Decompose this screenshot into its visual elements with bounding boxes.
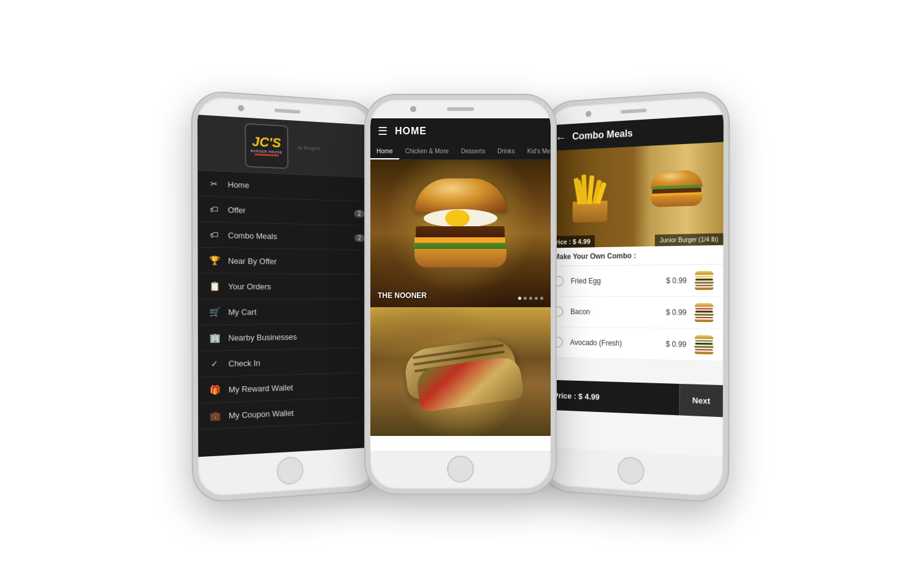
menu-label-nearby-biz: Nearby Businesses [228, 330, 365, 342]
option-price-avocado: $ 0.99 [666, 339, 687, 348]
combo-hero-image: Price : $ 4.99 Junior Burger (1/4 lb) [547, 142, 723, 248]
logo-badge: JC'S BURGER HOUSE [245, 123, 288, 169]
nearby-offer-icon: 🏆 [208, 254, 221, 267]
option-label-fried-egg: Fried Egg [571, 276, 667, 285]
hamburger-menu-icon[interactable]: ☰ [378, 126, 388, 137]
menu-label-orders: Your Orders [228, 281, 365, 291]
menu-item-orders[interactable]: 📋 Your Orders [198, 273, 375, 299]
burger-icon-fried-egg [693, 271, 716, 290]
menu-label-reward: My Reward Wallet [229, 380, 367, 394]
nav-tabs: Home Chicken & More Desserts Drinks Kid'… [370, 144, 551, 160]
next-button[interactable]: Next [679, 383, 723, 416]
hero-burger-visual [370, 160, 551, 307]
dot-2 [524, 297, 527, 300]
option-label-bacon: Bacon [570, 307, 666, 316]
hero-image: THE NOONER [370, 160, 551, 307]
home-button-center[interactable] [447, 456, 474, 483]
menu-label-checkin: Check In [229, 356, 367, 368]
sidebar-menu: ✂ Home 🏷 Offer 2 🏷 Combo Meals 2 🏆 Near … [197, 170, 376, 430]
header-title: HOME [395, 126, 427, 137]
combo-options: Fried Egg $ 0.99 Bacon $ 0.99 [546, 264, 723, 361]
second-food-image [370, 307, 551, 436]
menu-label-offer: Offer [228, 205, 354, 218]
speaker-center [447, 107, 474, 111]
burger-icon-avocado [692, 335, 715, 354]
option-price-fried-egg: $ 0.99 [666, 276, 687, 284]
combo-badge: 2 [354, 234, 365, 242]
orders-icon: 📋 [208, 280, 221, 292]
nearby-biz-icon: 🏢 [208, 331, 221, 344]
camera-right [586, 110, 591, 116]
egg-yolk [445, 210, 470, 227]
combo-footer: Price : $ 4.99 Next [545, 380, 723, 417]
menu-item-combo[interactable]: 🏷 Combo Meals 2 [197, 221, 373, 250]
menu-label-cart: My Cart [228, 306, 365, 316]
speaker-left [274, 108, 300, 113]
phone-center: ☰ HOME Home Chicken & More Desserts Drin… [365, 95, 556, 494]
home-icon: ✂ [208, 177, 221, 190]
tab-home[interactable]: Home [370, 144, 399, 159]
reward-icon: 🎁 [208, 383, 221, 395]
phone-right: ← Combo Meals [540, 91, 728, 502]
home-button-right[interactable] [617, 456, 644, 485]
menu-label-nearby-offer: Near By Offer [228, 256, 365, 266]
screen-right: ← Combo Meals [545, 115, 723, 457]
speaker-right [621, 108, 647, 113]
menu-label-combo: Combo Meals [228, 230, 354, 242]
checkin-icon: ✓ [208, 357, 221, 370]
camera-left [238, 105, 244, 112]
brand-tagline: Ity Burgers [288, 142, 330, 154]
menu-label-home: Home [227, 179, 364, 193]
tab-kids[interactable]: Kid's Me... [521, 144, 551, 159]
dot-3 [529, 297, 532, 300]
tab-chicken[interactable]: Chicken & More [399, 144, 455, 159]
screen-left: JC'S BURGER HOUSE Ity Burgers ✂ Home 🏷 O… [197, 115, 376, 457]
logo-main: JC'S [251, 134, 283, 149]
screen-center: ☰ HOME Home Chicken & More Desserts Drin… [370, 118, 551, 451]
combo-name-overlay: Junior Burger (1/4 lb) [655, 233, 724, 246]
hero-dots [518, 297, 543, 300]
app-header: ☰ HOME [370, 118, 551, 144]
menu-label-coupon: My Coupon Wallet [229, 405, 367, 419]
offer-icon: 🏷 [208, 202, 221, 215]
hero-label: THE NOONER [378, 291, 427, 300]
tab-desserts[interactable]: Desserts [455, 144, 491, 159]
option-row-bacon[interactable]: Bacon $ 0.99 [546, 296, 723, 329]
option-price-bacon: $ 0.99 [666, 308, 687, 316]
bun-top [415, 178, 506, 212]
tab-drinks[interactable]: Drinks [491, 144, 521, 159]
combo-icon: 🏷 [208, 228, 221, 241]
menu-item-cart[interactable]: 🛒 My Cart [198, 299, 375, 325]
coupon-icon: 💼 [208, 409, 221, 422]
dot-4 [535, 297, 538, 300]
camera-center [410, 106, 416, 112]
phones-container: JC'S BURGER HOUSE Ity Burgers ✂ Home 🏷 O… [31, 18, 890, 570]
footer-price: Price : $ 4.99 [545, 390, 679, 404]
menu-item-nearby-offer[interactable]: 🏆 Near By Offer [198, 247, 375, 274]
back-arrow-icon[interactable]: ← [555, 131, 567, 143]
dot-1 [518, 297, 521, 300]
phone-left: JC'S BURGER HOUSE Ity Burgers ✂ Home 🏷 O… [193, 91, 381, 502]
combo-section-label: Make Your Own Combo : [547, 245, 723, 266]
offer-badge: 2 [354, 209, 364, 217]
cart-icon: 🛒 [208, 305, 221, 318]
option-row-fried-egg[interactable]: Fried Egg $ 0.99 [546, 264, 723, 296]
menu-item-nearby-biz[interactable]: 🏢 Nearby Businesses [198, 323, 375, 351]
combo-title: Combo Meals [572, 128, 633, 142]
sidebar-logo: JC'S BURGER HOUSE Ity Burgers [197, 115, 373, 178]
option-row-avocado[interactable]: Avocado (Fresh) $ 0.99 [546, 327, 723, 361]
bun-bottom [415, 249, 506, 267]
home-button-left[interactable] [277, 456, 304, 485]
option-label-avocado: Avocado (Fresh) [570, 338, 666, 348]
burger-icon-bacon [693, 303, 716, 322]
dot-5 [540, 297, 543, 300]
